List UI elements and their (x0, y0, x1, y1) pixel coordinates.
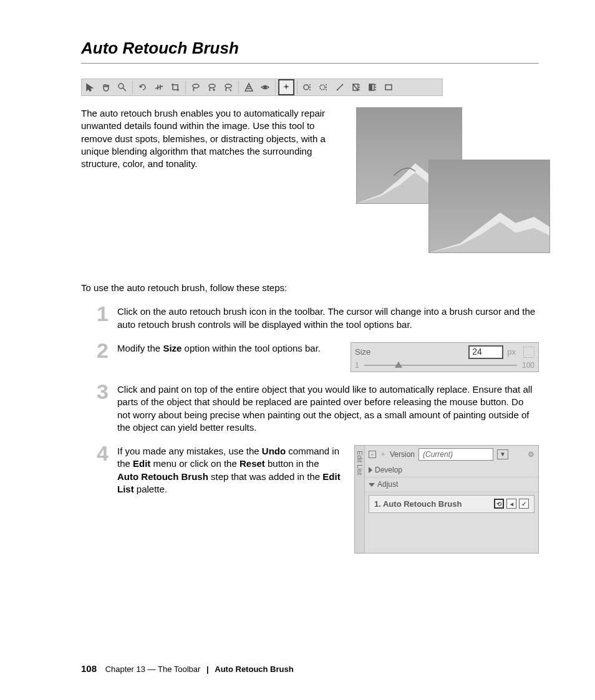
step-1-text: Click on the auto retouch brush icon in … (117, 305, 539, 331)
adjust5-icon[interactable] (365, 80, 380, 95)
intro-paragraph: The auto retouch brush enables you to au… (81, 107, 337, 170)
adjust-row[interactable]: Adjust (365, 477, 538, 492)
straighten-icon[interactable] (152, 80, 167, 95)
svg-rect-11 (385, 85, 392, 90)
svg-point-0 (119, 84, 123, 89)
page-title: Auto Retouch Brush (81, 37, 539, 64)
rotate-icon[interactable] (135, 80, 150, 95)
size-slider[interactable] (364, 365, 517, 366)
enable-step-icon[interactable]: ✓ (519, 499, 529, 509)
size-reset-icon[interactable] (523, 347, 535, 358)
toggle-step-icon[interactable]: ◂ (506, 499, 516, 509)
size-unit: px (507, 347, 516, 358)
version-label: Version (390, 449, 415, 459)
zoom-icon[interactable] (115, 80, 130, 95)
auto-retouch-brush-icon[interactable] (278, 79, 294, 95)
lasso1-icon[interactable] (188, 80, 203, 95)
gear-icon[interactable]: ⚙ (528, 449, 535, 459)
step-4-text: If you made any mistakes, use the Undo c… (117, 445, 342, 496)
edit-list-tab[interactable]: Edit List (355, 446, 365, 553)
step-3-text: Click and paint on top of the entire obj… (117, 383, 539, 434)
svg-rect-10 (372, 84, 374, 90)
step-number-3: 3 (94, 381, 109, 434)
eye-icon[interactable] (258, 80, 273, 95)
size-input[interactable]: 24 (468, 345, 503, 359)
svg-point-7 (320, 85, 325, 90)
develop-row[interactable]: Develop (365, 463, 538, 477)
size-min: 1 (355, 360, 359, 370)
svg-point-6 (304, 85, 309, 90)
collapse-icon[interactable]: - (369, 451, 376, 458)
lasso2-icon[interactable] (205, 80, 220, 95)
adjust2-icon[interactable] (316, 80, 331, 95)
dropdown-arrow-icon[interactable]: ▼ (497, 449, 508, 459)
version-dropdown[interactable]: (Current) (418, 448, 493, 461)
svg-point-3 (213, 89, 215, 90)
hand-icon[interactable] (99, 80, 114, 95)
pointer-icon[interactable] (82, 80, 97, 95)
svg-point-2 (209, 84, 215, 88)
steps-intro: To use the auto retouch brush, follow th… (81, 282, 539, 294)
svg-point-5 (264, 86, 266, 89)
reset-step-icon[interactable]: ⟲ (494, 499, 504, 509)
svg-point-4 (225, 84, 231, 88)
size-options-panel: Size 24 px 1 100 (351, 342, 539, 372)
page-footer: 108 Chapter 13 — The Toolbar | Auto Reto… (81, 663, 294, 675)
after-image (428, 160, 550, 253)
toolbar (81, 79, 443, 96)
example-images (356, 107, 539, 257)
step-number-2: 2 (94, 340, 109, 372)
step-number-4: 4 (94, 443, 109, 554)
size-max: 100 (522, 360, 535, 370)
lasso3-icon[interactable] (221, 80, 236, 95)
adjust6-icon[interactable] (381, 80, 396, 95)
step-2-text: Modify the Size option within the tool o… (117, 342, 321, 355)
size-label: Size (355, 347, 370, 358)
gradient-icon[interactable] (241, 80, 256, 95)
sparkle-icon[interactable]: ✦ (380, 449, 386, 459)
step-number-1: 1 (94, 303, 109, 331)
adjust3-icon[interactable] (332, 80, 347, 95)
edit-step-auto-retouch[interactable]: 1. Auto Retouch Brush ⟲ ◂ ✓ (369, 495, 535, 514)
crop-icon[interactable] (168, 80, 183, 95)
adjust4-icon[interactable] (349, 80, 364, 95)
svg-point-1 (193, 84, 199, 88)
adjust1-icon[interactable] (300, 80, 315, 95)
page-number: 108 (81, 663, 97, 674)
edit-list-panel: Edit List - ✦ Version (Current) ▼ ⚙ Deve… (354, 445, 539, 554)
